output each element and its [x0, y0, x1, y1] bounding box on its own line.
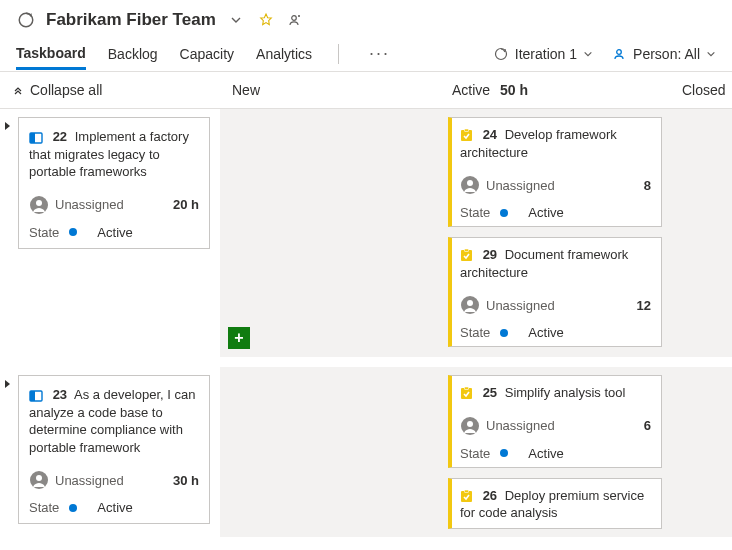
star-icon[interactable] — [256, 10, 276, 30]
card-title: 26 Deploy premium service for code analy… — [460, 487, 651, 522]
state-row: State Active — [460, 205, 651, 220]
person-icon — [611, 46, 627, 62]
story-card[interactable]: 22 Implement a factory that migrates leg… — [18, 117, 210, 249]
assignee[interactable]: Unassigned — [29, 195, 124, 215]
state-value: Active — [528, 205, 563, 220]
column-closed-header: Closed — [670, 72, 732, 108]
divider — [338, 44, 339, 64]
tab-bar: Taskboard Backlog Capacity Analytics ···… — [0, 36, 732, 72]
unassigned-icon — [460, 295, 480, 315]
tab-taskboard[interactable]: Taskboard — [16, 39, 86, 70]
closed-cell[interactable] — [670, 367, 732, 537]
person-filter-label: Person: All — [633, 46, 700, 62]
assignee[interactable]: Unassigned — [460, 175, 555, 195]
person-filter[interactable]: Person: All — [611, 46, 716, 62]
card-title: 22 Implement a factory that migrates leg… — [29, 128, 199, 181]
page-header: Fabrikam Fiber Team — [0, 0, 732, 36]
state-value: Active — [528, 446, 563, 461]
assignee[interactable]: Unassigned — [460, 295, 555, 315]
column-new-header: New — [220, 72, 440, 108]
card-hours: 8 — [644, 178, 651, 193]
state-label: State — [460, 446, 490, 461]
unassigned-icon — [460, 416, 480, 436]
card-title: 23 As a developer, I can analyze a code … — [29, 386, 199, 456]
task-card[interactable]: 29 Document framework architecture Unass… — [448, 237, 662, 347]
closed-cell[interactable] — [670, 109, 732, 357]
new-cell[interactable] — [220, 367, 440, 537]
task-card[interactable]: 25 Simplify analysis tool Unassigned 6 S… — [448, 375, 662, 468]
card-id: 22 — [53, 129, 67, 144]
assignee[interactable]: Unassigned — [29, 470, 124, 490]
chevron-down-icon[interactable] — [226, 10, 246, 30]
card-hours: 30 h — [173, 473, 199, 488]
team-icon — [16, 10, 36, 30]
state-label: State — [29, 225, 59, 240]
state-row: State Active — [29, 500, 199, 515]
column-active-hours: 50 h — [500, 82, 528, 98]
card-title: 29 Document framework architecture — [460, 246, 651, 281]
more-menu[interactable]: ··· — [365, 43, 394, 64]
chevron-down-icon — [583, 49, 593, 59]
iteration-selector[interactable]: Iteration 1 — [493, 46, 593, 62]
state-label: State — [29, 500, 59, 515]
story-icon — [29, 390, 43, 402]
state-row: State Active — [29, 225, 199, 240]
swimlane-row: 22 Implement a factory that migrates leg… — [0, 109, 732, 357]
collapse-icon — [12, 84, 24, 96]
story-icon — [29, 132, 43, 144]
active-cell[interactable]: 25 Simplify analysis tool Unassigned 6 S… — [440, 367, 670, 537]
tab-analytics[interactable]: Analytics — [256, 40, 312, 68]
state-value: Active — [528, 325, 563, 340]
assignee-label: Unassigned — [486, 418, 555, 433]
svg-rect-25 — [465, 490, 469, 493]
svg-rect-21 — [465, 387, 469, 390]
task-icon — [460, 490, 473, 503]
card-id: 23 — [53, 387, 67, 402]
state-dot-icon — [69, 228, 77, 236]
task-icon — [460, 249, 473, 262]
people-icon[interactable] — [286, 10, 306, 30]
svg-point-11 — [467, 180, 473, 186]
svg-rect-17 — [30, 391, 35, 401]
task-card[interactable]: 26 Deploy premium service for code analy… — [448, 478, 662, 529]
card-hours: 6 — [644, 418, 651, 433]
unassigned-icon — [29, 470, 49, 490]
svg-point-15 — [467, 300, 473, 306]
state-value: Active — [97, 500, 132, 515]
active-cell[interactable]: 24 Develop framework architecture Unassi… — [440, 109, 670, 357]
unassigned-icon — [460, 175, 480, 195]
chevron-down-icon — [706, 49, 716, 59]
new-cell[interactable]: + — [220, 109, 440, 357]
state-dot-icon — [69, 504, 77, 512]
tab-capacity[interactable]: Capacity — [180, 40, 234, 68]
svg-point-23 — [467, 421, 473, 427]
iteration-label: Iteration 1 — [515, 46, 577, 62]
state-dot-icon — [500, 209, 508, 217]
svg-rect-13 — [465, 249, 469, 252]
story-card[interactable]: 23 As a developer, I can analyze a code … — [18, 375, 210, 524]
column-active-label: Active — [452, 82, 490, 98]
tab-backlog[interactable]: Backlog — [108, 40, 158, 68]
assignee[interactable]: Unassigned — [460, 416, 555, 436]
state-value: Active — [97, 225, 132, 240]
state-dot-icon — [500, 329, 508, 337]
story-cell: 22 Implement a factory that migrates leg… — [0, 109, 220, 357]
task-card[interactable]: 24 Develop framework architecture Unassi… — [448, 117, 662, 227]
state-label: State — [460, 325, 490, 340]
collapse-all-label: Collapse all — [30, 82, 102, 98]
card-hours: 12 — [637, 298, 651, 313]
assignee-label: Unassigned — [55, 197, 124, 212]
add-task-button[interactable]: + — [228, 327, 250, 349]
collapse-all-button[interactable]: Collapse all — [0, 72, 220, 108]
state-label: State — [460, 205, 490, 220]
card-id: 25 — [483, 385, 497, 400]
svg-rect-9 — [465, 129, 469, 132]
assignee-label: Unassigned — [55, 473, 124, 488]
svg-point-1 — [291, 16, 296, 21]
team-name[interactable]: Fabrikam Fiber Team — [46, 10, 216, 30]
column-active-header: Active 50 h — [440, 72, 670, 108]
column-headers: Collapse all New Active 50 h Closed — [0, 72, 732, 109]
state-row: State Active — [460, 325, 651, 340]
story-cell: 23 As a developer, I can analyze a code … — [0, 367, 220, 537]
card-text: Simplify analysis tool — [505, 385, 626, 400]
